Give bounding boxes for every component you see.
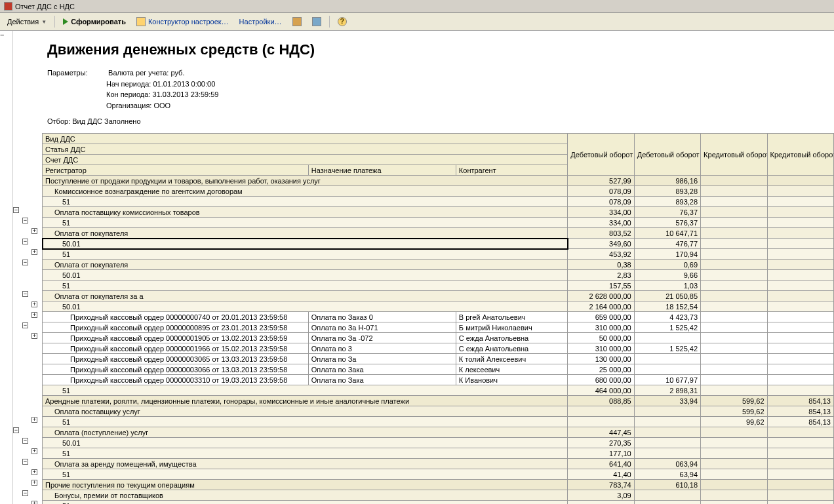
table-row[interactable]: 51177,10 <box>43 448 834 459</box>
table-row[interactable]: Приходный кассовый ордер 00000001966 от … <box>43 343 834 354</box>
row-value <box>767 459 833 469</box>
table-row[interactable]: 5199,62854,13 <box>43 417 834 427</box>
row-value: 854,13 <box>767 417 833 427</box>
row-desc: 51 <box>43 385 568 396</box>
table-row[interactable]: Приходный кассовый ордер 00000000895 от … <box>43 322 834 333</box>
collapse-box[interactable]: − <box>22 260 28 265</box>
row-value <box>701 301 767 312</box>
expand-box[interactable]: + <box>31 417 37 423</box>
row-value <box>701 176 767 186</box>
row-value <box>568 501 634 505</box>
table-row[interactable]: Оплата (поступление) услуг447,45 <box>43 427 834 438</box>
row-desc: Прочие поступления по текущим операциям <box>43 480 568 490</box>
outline-gutter-2[interactable]: −−−−−−−−−−−−+++++++++++ <box>13 31 42 504</box>
collapse-box[interactable]: − <box>22 291 28 297</box>
row-value <box>767 375 833 385</box>
table-row[interactable]: 51078,09893,28 <box>43 197 834 207</box>
table-row[interactable]: Поступление от продажи продукции и товар… <box>43 176 834 186</box>
window-title: Отчет ДДС с НДС <box>15 3 75 10</box>
table-row[interactable]: 50.012 164 000,0018 152,54 <box>43 301 834 312</box>
table-row[interactable]: Комиссионное вознаграждение по агентским… <box>43 186 834 197</box>
table-row[interactable]: 51453,92170,94 <box>43 249 834 260</box>
collapse-box[interactable]: − <box>13 207 19 213</box>
help-button[interactable] <box>333 15 351 28</box>
table-row[interactable]: Оплата поставщику комиссионных товаров33… <box>43 207 834 218</box>
table-row[interactable]: Оплата от покупателя0,380,69 <box>43 260 834 270</box>
row-value <box>701 438 767 448</box>
row-value: 18 152,54 <box>634 301 700 312</box>
table-row[interactable]: 51 <box>43 501 834 505</box>
row-value <box>767 343 833 354</box>
row-value <box>634 417 700 427</box>
report-title: Движения денежных средств (с НДС) <box>42 41 834 58</box>
collapse-box[interactable]: − <box>22 239 28 244</box>
table-row[interactable]: Арендные платежи, роялти, лицензионные п… <box>43 396 834 406</box>
row-value: 33,94 <box>634 396 700 406</box>
table-row[interactable]: Приходный кассовый ордер 00000003310 от … <box>43 375 834 385</box>
table-row[interactable]: 51464 000,002 898,31 <box>43 385 834 396</box>
expand-box[interactable]: + <box>31 228 37 234</box>
table-row[interactable]: Прочие поступления по текущим операциям7… <box>43 480 834 490</box>
expand-box[interactable]: + <box>31 312 37 318</box>
table-row[interactable]: Приходный кассовый ордер 00000001905 от … <box>43 333 834 343</box>
table-row[interactable]: Оплата от покупателя803,5210 647,71 <box>43 228 834 239</box>
collapse-box[interactable]: − <box>22 459 28 465</box>
collapse-box[interactable]: − <box>13 427 19 433</box>
table-row[interactable]: 5141,4063,94 <box>43 469 834 480</box>
expand-box[interactable]: + <box>31 480 37 486</box>
table-row[interactable]: 50.01270,35 <box>43 438 834 448</box>
row-value: 310 000,00 <box>568 343 634 354</box>
settings-button[interactable]: Настройки… <box>235 16 287 28</box>
expand-box[interactable]: + <box>31 469 37 475</box>
params-block: Параметры: Валюта рег учета: руб. Нач пе… <box>42 68 834 111</box>
row-desc: 51 <box>43 448 568 459</box>
table-row[interactable]: Приходный кассовый ордер 00000003065 от … <box>43 354 834 364</box>
table-row[interactable]: Бонусы, премии от поставщиков3,09 <box>43 490 834 501</box>
expand-box[interactable]: + <box>31 301 37 307</box>
form-button[interactable]: Сформировать <box>58 16 130 28</box>
hammer-icon <box>292 17 302 26</box>
row-value: 527,99 <box>568 176 634 186</box>
report-grid[interactable]: Вид ДДС Дебетовый оборот Дебетовый оборо… <box>42 133 834 504</box>
collapse-box[interactable]: − <box>22 322 28 328</box>
row-desc: Приходный кассовый ордер 00000003065 от … <box>43 354 309 364</box>
table-row[interactable]: Приходный кассовый ордер 00000000740 от … <box>43 312 834 322</box>
collapse-box[interactable]: − <box>22 490 28 496</box>
table-row[interactable]: Оплата от покупателя за а2 628 000,0021 … <box>43 291 834 301</box>
row-value: 10 677,97 <box>634 375 700 385</box>
table-row[interactable]: 51157,551,03 <box>43 281 834 291</box>
table-row[interactable]: Оплата за аренду помещений, имущества641… <box>43 459 834 469</box>
row-value <box>767 501 833 505</box>
outline-gutter-1[interactable]: − <box>0 31 13 504</box>
row-desc: Приходный кассовый ордер 00000003066 от … <box>43 364 309 375</box>
table-row[interactable]: Оплата поставщику услуг599,62854,13 <box>43 406 834 417</box>
row-contragent: В ргей Анатольевич <box>456 312 567 322</box>
row-value <box>634 501 700 505</box>
row-contragent: К толий Алексеевич <box>456 354 567 364</box>
row-value: 1 525,42 <box>634 322 700 333</box>
collapse-box[interactable]: − <box>22 438 28 444</box>
row-contragent: Б митрий Николаевич <box>456 322 567 333</box>
actions-menu[interactable]: Действия ▼ <box>3 16 51 28</box>
row-value: 599,62 <box>701 406 767 417</box>
row-value <box>701 480 767 490</box>
app-icon <box>4 2 12 10</box>
table-row[interactable]: 50.01349,60476,77 <box>43 239 834 249</box>
row-desc: 50.01 <box>43 239 568 249</box>
expand-box[interactable]: + <box>31 501 37 504</box>
collapse-box[interactable]: − <box>22 218 28 223</box>
toolbar: Действия ▼ Сформировать Конструктор наст… <box>0 13 834 31</box>
table-row[interactable]: 50.012,839,66 <box>43 270 834 281</box>
tool-1[interactable] <box>288 15 306 28</box>
expand-box[interactable]: + <box>31 333 37 339</box>
table-row[interactable]: 51334,00576,37 <box>43 218 834 228</box>
collapse-box[interactable]: − <box>0 31 12 39</box>
tool-2[interactable] <box>308 15 326 28</box>
expand-box[interactable]: + <box>31 249 37 255</box>
hdr-debit-vat: Дебетовый оборот (НДС) <box>634 134 700 176</box>
table-row[interactable]: Приходный кассовый ордер 00000003066 от … <box>43 364 834 375</box>
expand-box[interactable]: + <box>31 448 37 454</box>
row-value: 349,60 <box>568 239 634 249</box>
row-value <box>634 364 700 375</box>
constructor-button[interactable]: Конструктор настроек… <box>132 15 233 28</box>
